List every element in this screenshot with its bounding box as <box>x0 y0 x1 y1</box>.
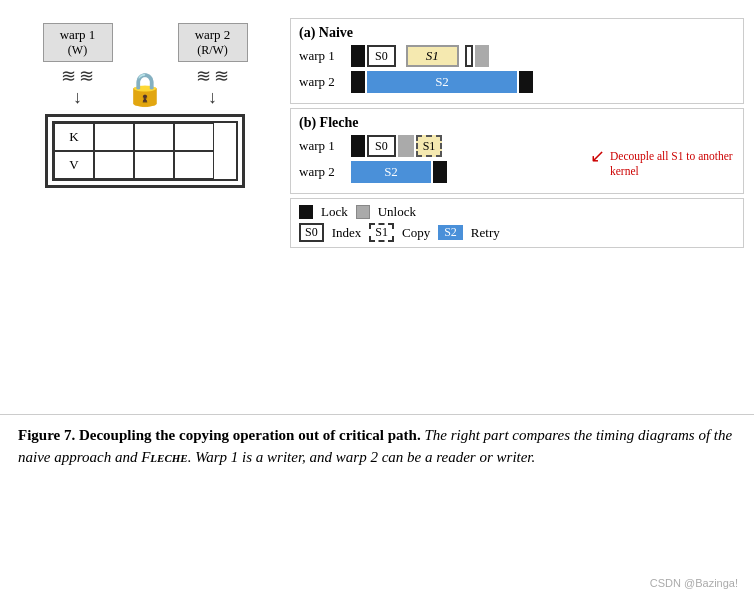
arrows-lock-row: ↓ 🔒 ↓ <box>10 87 280 108</box>
hash-row-2: V <box>54 151 236 179</box>
naive-warp1-row: warp 1 S0 S1 <box>299 45 735 67</box>
wave-2a: ≋ <box>196 67 211 85</box>
decouple-annotation: ↙ Decouple all S1 to another kernel <box>610 149 740 179</box>
warp2-label: warp 2 <box>189 27 237 43</box>
legend-s2-desc: Retry <box>471 225 500 241</box>
legend-unlock-icon <box>356 205 370 219</box>
warp1-label: warp 1 <box>54 27 102 43</box>
hash-cell-r2c4 <box>174 151 214 179</box>
legend-s1-desc: Copy <box>402 225 430 241</box>
lock-icon: 🔒 <box>125 70 165 108</box>
fleche-warp1-label: warp 1 <box>299 138 347 154</box>
section-a-title: (a) Naive <box>299 25 735 41</box>
legend-s0-icon: S0 <box>299 223 324 242</box>
naive-w1-spacer2 <box>461 45 463 67</box>
naive-w1-bracket-close <box>465 45 473 67</box>
hash-cell-k: K <box>54 123 94 151</box>
caption-smallcaps: leche <box>150 449 187 465</box>
naive-w2-lock <box>351 71 365 93</box>
figure-caption: Figure 7. Decoupling the copying operati… <box>0 414 754 475</box>
csdn-watermark: CSDN @Bazinga! <box>650 577 738 589</box>
fleche-w2-end <box>433 161 447 183</box>
wave-group-2: ≋ ≋ <box>196 67 229 85</box>
hash-cell-r1c2 <box>94 123 134 151</box>
legend-unlock-label: Unlock <box>378 204 416 220</box>
legend-s0-desc: Index <box>332 225 362 241</box>
naive-warp1-label: warp 1 <box>299 48 347 64</box>
fleche-warp2-label: warp 2 <box>299 164 347 180</box>
legend-row-2: S0 Index S1 Copy S2 Retry <box>299 223 735 242</box>
caption-italic-2: . Warp 1 is a writer, and warp 2 can be … <box>188 449 536 465</box>
hash-cell-r2c3 <box>134 151 174 179</box>
hash-cell-v: V <box>54 151 94 179</box>
wave-2b: ≋ <box>214 67 229 85</box>
naive-w1-s0: S0 <box>367 45 396 67</box>
wave-1a: ≋ <box>61 67 76 85</box>
right-panel: (a) Naive warp 1 S0 S1 <box>290 18 744 400</box>
naive-warp2-blocks: S2 <box>351 71 735 93</box>
naive-warp2-row: warp 2 S2 <box>299 71 735 93</box>
naive-w1-unlock <box>475 45 489 67</box>
arrow-left: ↓ <box>73 87 82 108</box>
fleche-w1-s0: S0 <box>367 135 396 157</box>
naive-warp2-label: warp 2 <box>299 74 347 90</box>
caption-bold: Figure 7. Decoupling the copying operati… <box>18 427 421 443</box>
warp2-box: warp 2 (R/W) <box>178 23 248 62</box>
warp2-sub: (R/W) <box>189 43 237 58</box>
fleche-warp1-row: warp 1 S0 S1 ↙ Decouple all S1 to anothe… <box>299 135 735 157</box>
naive-w1-lock <box>351 45 365 67</box>
section-fleche: (b) Fleche warp 1 S0 S1 ↙ Decouple all S <box>290 108 744 194</box>
hash-cell-r2c2 <box>94 151 134 179</box>
warps-row: warp 1 (W) warp 2 (R/W) <box>10 23 280 62</box>
wave-group-1: ≋ ≋ <box>61 67 94 85</box>
left-panel: warp 1 (W) warp 2 (R/W) ≋ ≋ ≋ ≋ <box>10 18 280 400</box>
naive-warp1-blocks: S0 S1 <box>351 45 735 67</box>
naive-w2-end <box>519 71 533 93</box>
section-b-title: (b) Fleche <box>299 115 735 131</box>
fleche-w1-unlock <box>398 135 414 157</box>
legend-section: Lock Unlock S0 Index S1 Copy S2 Retry <box>290 198 744 248</box>
fleche-w1-s1: S1 <box>416 135 443 157</box>
section-naive: (a) Naive warp 1 S0 S1 <box>290 18 744 104</box>
hash-row-1: K <box>54 123 236 151</box>
arrow-right: ↓ <box>208 87 217 108</box>
wave-1b: ≋ <box>79 67 94 85</box>
fleche-w1-lock <box>351 135 365 157</box>
legend-s2-icon: S2 <box>438 225 463 240</box>
legend-s1-icon: S1 <box>369 223 394 242</box>
hash-table-inner: K V <box>52 121 238 181</box>
hash-cell-r1c4 <box>174 123 214 151</box>
hash-table: K V <box>45 114 245 188</box>
naive-w2-s2: S2 <box>367 71 517 93</box>
fleche-w2-s2: S2 <box>351 161 431 183</box>
naive-w1-spacer <box>398 45 404 67</box>
warp1-box: warp 1 (W) <box>43 23 113 62</box>
legend-lock-icon <box>299 205 313 219</box>
legend-row-1: Lock Unlock <box>299 204 735 220</box>
warp1-sub: (W) <box>54 43 102 58</box>
naive-w1-s1: S1 <box>406 45 459 67</box>
legend-lock-label: Lock <box>321 204 348 220</box>
hash-cell-r1c3 <box>134 123 174 151</box>
